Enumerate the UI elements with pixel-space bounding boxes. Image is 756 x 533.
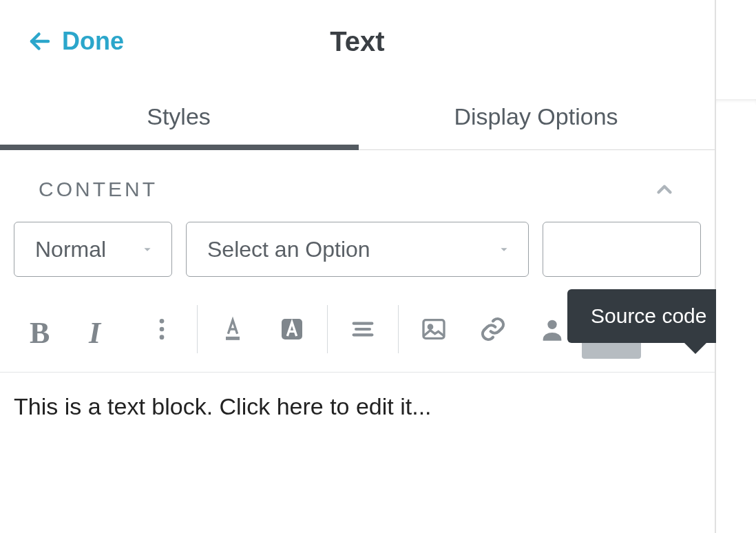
- panel-title: Text: [330, 26, 384, 57]
- text-color-button[interactable]: [203, 300, 262, 359]
- caret-down-icon: [496, 242, 512, 257]
- option-select[interactable]: Select an Option: [186, 222, 529, 277]
- tab-styles[interactable]: Styles: [0, 83, 357, 149]
- tab-styles-label: Styles: [147, 103, 211, 129]
- italic-button[interactable]: I: [73, 300, 132, 359]
- content-section-label: CONTENT: [39, 178, 158, 201]
- svg-rect-8: [423, 320, 444, 339]
- text-color-icon: [219, 315, 246, 343]
- option-select-value: Select an Option: [207, 237, 370, 262]
- background-color-icon: [278, 315, 306, 343]
- toolbar-divider: [197, 305, 198, 353]
- panel-header: Done Text: [0, 0, 715, 83]
- link-icon: [479, 315, 507, 343]
- code-icon: [598, 315, 625, 343]
- formatting-toolbar: B I: [0, 295, 715, 364]
- italic-icon: I: [89, 315, 116, 343]
- done-label: Done: [62, 27, 124, 56]
- image-icon: [420, 315, 448, 343]
- text-style-select[interactable]: Normal: [14, 222, 172, 277]
- text-editor-body[interactable]: This is a text block. Click here to edit…: [0, 373, 715, 455]
- svg-point-9: [428, 325, 432, 328]
- tab-display-options-label: Display Options: [454, 103, 618, 129]
- svg-point-10: [547, 320, 556, 329]
- insert-image-button[interactable]: [404, 300, 463, 359]
- outer-blank-area: [716, 0, 756, 533]
- tab-display-options[interactable]: Display Options: [357, 83, 715, 149]
- svg-point-2: [160, 327, 165, 332]
- more-vertical-icon: [148, 315, 176, 343]
- source-code-button[interactable]: [582, 300, 641, 359]
- insert-user-button[interactable]: [523, 300, 582, 359]
- insert-link-button[interactable]: [463, 300, 523, 359]
- done-button[interactable]: Done: [28, 27, 124, 56]
- text-editor-panel: Done Text Styles Display Options CONTENT…: [0, 0, 716, 533]
- svg-point-3: [160, 335, 165, 339]
- align-button[interactable]: [333, 300, 392, 359]
- content-section-header[interactable]: CONTENT: [0, 150, 715, 222]
- caret-down-icon: [140, 242, 155, 257]
- more-formatting-button[interactable]: [132, 300, 191, 359]
- align-icon: [349, 315, 377, 343]
- user-icon: [538, 315, 566, 343]
- select-row: Normal Select an Option: [0, 222, 715, 295]
- toolbar-divider: [398, 305, 399, 353]
- svg-point-1: [160, 319, 165, 324]
- tabs-bar: Styles Display Options: [0, 83, 715, 150]
- chevron-up-icon: [653, 178, 676, 201]
- extra-select[interactable]: [543, 222, 701, 277]
- bold-button[interactable]: B: [14, 300, 73, 359]
- background-color-button[interactable]: [262, 300, 322, 359]
- bold-icon: B: [30, 315, 57, 343]
- toolbar-divider: [327, 305, 328, 353]
- svg-line-11: [610, 321, 612, 337]
- text-style-value: Normal: [35, 237, 106, 262]
- arrow-left-icon: [28, 29, 52, 54]
